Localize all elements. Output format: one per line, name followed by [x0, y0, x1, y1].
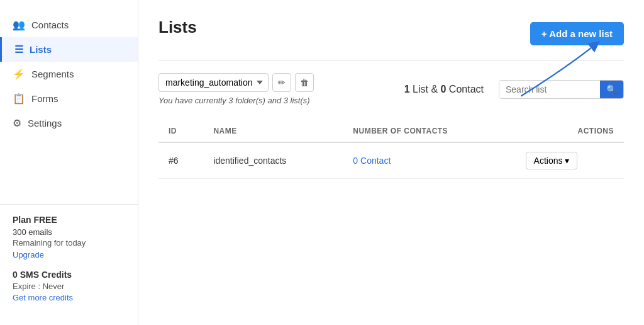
edit-icon: ✏	[278, 77, 286, 88]
folder-hint: You have currently 3 folder(s) and 3 lis…	[158, 96, 310, 105]
delete-folder-button[interactable]: 🗑	[295, 73, 314, 92]
list-summary: 1 List & 0 Contact	[404, 84, 484, 95]
sms-expire: Expire : Never	[13, 282, 125, 291]
sidebar-footer: Plan FREE 300 emails Remaining for today…	[0, 204, 138, 312]
add-new-list-button[interactable]: + Add a new list	[530, 22, 624, 45]
row-id: #6	[158, 142, 203, 179]
contact-label: Contact	[449, 84, 484, 94]
table-header-row: ID NAME NUMBER OF CONTACTS ACTIONS	[158, 120, 624, 142]
main-content: Lists + Add a new list marketing_automat…	[138, 0, 644, 325]
lists-table-container: ID NAME NUMBER OF CONTACTS ACTIONS #6 id…	[158, 120, 624, 179]
actions-label: Actions	[534, 156, 563, 166]
sidebar-item-contacts[interactable]: 👥 Contacts	[0, 13, 138, 37]
row-contacts: 0 Contact	[343, 142, 515, 179]
folder-controls: marketing_automation ✏ 🗑	[158, 73, 314, 92]
plan-title: Plan FREE	[13, 215, 125, 225]
get-credits-link[interactable]: Get more credits	[13, 293, 73, 302]
table-body: #6 identified_contacts 0 Contact Actions…	[158, 142, 624, 179]
table-row: #6 identified_contacts 0 Contact Actions…	[158, 142, 624, 179]
row-actions-cell: Actions ▾	[516, 142, 624, 179]
page-title: Lists	[158, 18, 197, 37]
sidebar-label-lists: Lists	[30, 44, 52, 55]
sidebar-item-forms[interactable]: 📋 Forms	[0, 86, 138, 111]
row-name: identified_contacts	[203, 142, 343, 179]
upgrade-link[interactable]: Upgrade	[13, 250, 44, 259]
sidebar-label-segments: Segments	[31, 69, 74, 79]
chevron-down-icon: ▾	[565, 156, 569, 166]
lists-icon: ☰	[14, 43, 23, 55]
toolbar: marketing_automation ✏ 🗑 You have curren…	[158, 73, 624, 105]
search-button[interactable]: 🔍	[600, 81, 623, 98]
sidebar-label-settings: Settings	[28, 118, 62, 128]
col-id: ID	[158, 120, 203, 142]
trash-icon: 🗑	[300, 77, 309, 88]
search-icon: 🔍	[606, 84, 617, 94]
sidebar-item-lists[interactable]: ☰ Lists	[0, 37, 138, 62]
actions-button[interactable]: Actions ▾	[526, 152, 578, 169]
search-bar: 🔍	[499, 80, 624, 99]
sidebar-item-segments[interactable]: ⚡ Segments	[0, 62, 138, 86]
contacts-icon: 👥	[13, 19, 25, 31]
sidebar-item-settings[interactable]: ⚙ Settings	[0, 111, 138, 135]
sms-section: 0 SMS Credits Expire : Never Get more cr…	[13, 270, 125, 302]
edit-folder-button[interactable]: ✏	[272, 73, 291, 92]
sidebar: 👥 Contacts ☰ Lists ⚡ Segments 📋 Forms ⚙ …	[0, 0, 138, 325]
list-count: 1	[404, 84, 410, 94]
plan-remaining: Remaining for today	[13, 238, 125, 248]
lists-table: ID NAME NUMBER OF CONTACTS ACTIONS #6 id…	[158, 120, 624, 179]
contact-count: 0	[441, 84, 447, 94]
sms-title: 0 SMS Credits	[13, 270, 125, 280]
divider	[158, 60, 624, 60]
col-name: NAME	[203, 120, 343, 142]
col-contacts: NUMBER OF CONTACTS	[343, 120, 515, 142]
settings-icon: ⚙	[13, 117, 21, 129]
search-section: 🔍	[499, 80, 624, 99]
folder-section: marketing_automation ✏ 🗑 You have curren…	[158, 73, 314, 105]
plan-emails: 300 emails	[13, 227, 125, 237]
segments-icon: ⚡	[13, 68, 25, 80]
forms-icon: 📋	[13, 93, 25, 105]
table-header: ID NAME NUMBER OF CONTACTS ACTIONS	[158, 120, 624, 142]
search-input[interactable]	[499, 81, 600, 98]
sidebar-label-contacts: Contacts	[31, 20, 69, 30]
sidebar-label-forms: Forms	[31, 93, 58, 104]
folder-select[interactable]: marketing_automation	[158, 73, 269, 92]
contacts-link[interactable]: 0 Contact	[353, 156, 391, 166]
col-actions: ACTIONS	[516, 120, 624, 142]
